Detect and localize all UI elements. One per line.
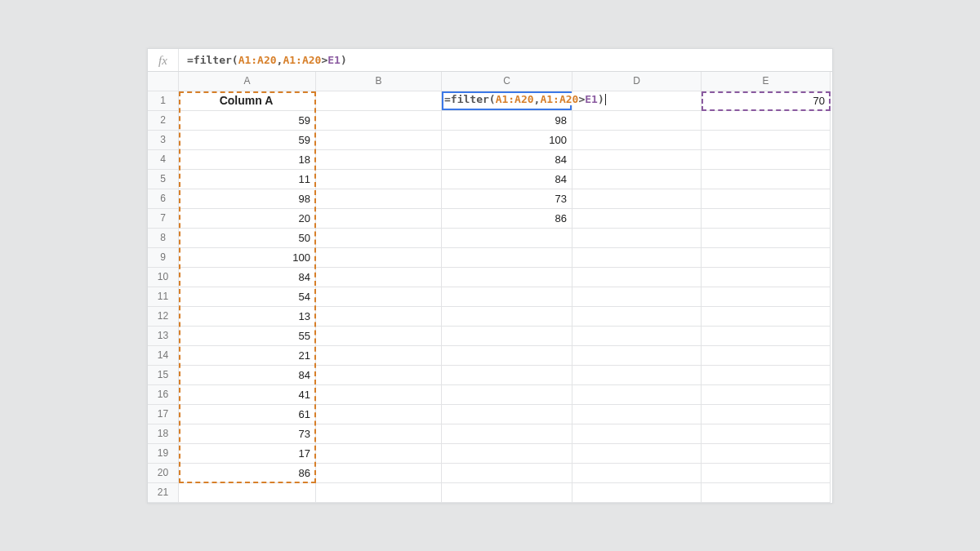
cell-B5[interactable]	[316, 170, 442, 189]
cell-B18[interactable]	[316, 424, 442, 444]
cell-E6[interactable]	[702, 189, 831, 209]
cell-B2[interactable]	[316, 111, 442, 131]
cell-C18[interactable]	[442, 424, 572, 444]
cell-B17[interactable]	[316, 405, 442, 424]
row-header[interactable]: 2	[148, 111, 179, 131]
cell-D2[interactable]	[572, 111, 702, 131]
cell-D14[interactable]	[572, 346, 702, 366]
cell-B7[interactable]	[316, 209, 442, 229]
col-header-b[interactable]: B	[316, 72, 442, 91]
cell-C10[interactable]	[442, 268, 572, 287]
grid[interactable]: A B C D E 1Column A=filter(A1:A20,A1:A20…	[148, 72, 832, 503]
row-header[interactable]: 19	[148, 444, 179, 464]
cell-E13[interactable]	[702, 327, 831, 346]
cell-E1[interactable]: 70	[702, 91, 831, 111]
cell-A17[interactable]: 61	[179, 405, 316, 424]
cell-B11[interactable]	[316, 287, 442, 307]
cell-A11[interactable]: 54	[179, 287, 316, 307]
row-header[interactable]: 20	[148, 464, 179, 483]
row-header[interactable]: 10	[148, 268, 179, 287]
cell-B3[interactable]	[316, 131, 442, 150]
cell-B12[interactable]	[316, 307, 442, 327]
cell-B6[interactable]	[316, 189, 442, 209]
row-header[interactable]: 6	[148, 189, 179, 209]
cell-C19[interactable]	[442, 444, 572, 464]
cell-A21[interactable]	[179, 483, 316, 503]
cell-D16[interactable]	[572, 385, 702, 405]
select-all-corner[interactable]	[148, 72, 179, 91]
cell-D20[interactable]	[572, 464, 702, 483]
cell-A10[interactable]: 84	[179, 268, 316, 287]
cell-E4[interactable]	[702, 150, 831, 170]
row-header[interactable]: 11	[148, 287, 179, 307]
cell-E2[interactable]	[702, 111, 831, 131]
cell-E12[interactable]	[702, 307, 831, 327]
cell-D4[interactable]	[572, 150, 702, 170]
row-header[interactable]: 21	[148, 483, 179, 503]
cell-C20[interactable]	[442, 464, 572, 483]
formula-bar[interactable]: fx =filter(A1:A20,A1:A20>E1)	[148, 49, 832, 72]
cell-A19[interactable]: 17	[179, 444, 316, 464]
cell-D17[interactable]	[572, 405, 702, 424]
row-header[interactable]: 8	[148, 229, 179, 248]
cell-D6[interactable]	[572, 189, 702, 209]
cell-C5[interactable]: 84	[442, 170, 572, 189]
cell-A5[interactable]: 11	[179, 170, 316, 189]
cell-E8[interactable]	[702, 229, 831, 248]
cell-E11[interactable]	[702, 287, 831, 307]
cell-D10[interactable]	[572, 268, 702, 287]
cell-B20[interactable]	[316, 464, 442, 483]
cell-B15[interactable]	[316, 366, 442, 385]
col-header-c[interactable]: C	[442, 72, 572, 91]
cell-C4[interactable]: 84	[442, 150, 572, 170]
cell-A12[interactable]: 13	[179, 307, 316, 327]
cell-E21[interactable]	[702, 483, 831, 503]
cell-D8[interactable]	[572, 229, 702, 248]
cell-D9[interactable]	[572, 248, 702, 268]
cell-B8[interactable]	[316, 229, 442, 248]
cell-B14[interactable]	[316, 346, 442, 366]
cell-C7[interactable]: 86	[442, 209, 572, 229]
cell-A16[interactable]: 41	[179, 385, 316, 405]
cell-A8[interactable]: 50	[179, 229, 316, 248]
cell-C11[interactable]	[442, 287, 572, 307]
cell-C13[interactable]	[442, 327, 572, 346]
cell-D11[interactable]	[572, 287, 702, 307]
cell-C14[interactable]	[442, 346, 572, 366]
cell-A1[interactable]: Column A	[179, 91, 316, 111]
cell-B9[interactable]	[316, 248, 442, 268]
cell-D7[interactable]	[572, 209, 702, 229]
cell-E5[interactable]	[702, 170, 831, 189]
cell-A15[interactable]: 84	[179, 366, 316, 385]
cell-A14[interactable]: 21	[179, 346, 316, 366]
cell-C3[interactable]: 100	[442, 131, 572, 150]
cell-C1[interactable]: =filter(A1:A20,A1:A20>E1)	[442, 91, 572, 111]
cell-B4[interactable]	[316, 150, 442, 170]
cell-B10[interactable]	[316, 268, 442, 287]
cell-A4[interactable]: 18	[179, 150, 316, 170]
cell-E14[interactable]	[702, 346, 831, 366]
col-header-d[interactable]: D	[572, 72, 702, 91]
cell-D19[interactable]	[572, 444, 702, 464]
cell-E15[interactable]	[702, 366, 831, 385]
cell-C9[interactable]	[442, 248, 572, 268]
cell-C16[interactable]	[442, 385, 572, 405]
cell-E17[interactable]	[702, 405, 831, 424]
row-header[interactable]: 4	[148, 150, 179, 170]
cell-E3[interactable]	[702, 131, 831, 150]
cell-E10[interactable]	[702, 268, 831, 287]
cell-A9[interactable]: 100	[179, 248, 316, 268]
cell-D21[interactable]	[572, 483, 702, 503]
cell-A7[interactable]: 20	[179, 209, 316, 229]
cell-A13[interactable]: 55	[179, 327, 316, 346]
cell-B13[interactable]	[316, 327, 442, 346]
cell-C17[interactable]	[442, 405, 572, 424]
cell-D3[interactable]	[572, 131, 702, 150]
cell-C6[interactable]: 73	[442, 189, 572, 209]
row-header[interactable]: 14	[148, 346, 179, 366]
cell-B1[interactable]	[316, 91, 442, 111]
cell-E9[interactable]	[702, 248, 831, 268]
cell-C2[interactable]: 98	[442, 111, 572, 131]
cell-E18[interactable]	[702, 424, 831, 444]
cell-A2[interactable]: 59	[179, 111, 316, 131]
